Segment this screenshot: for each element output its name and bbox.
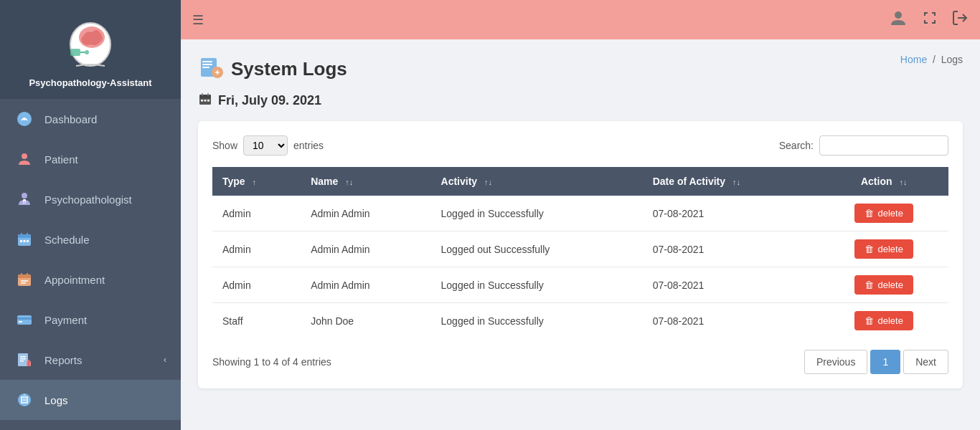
entries-label: entries [293,140,324,151]
trash-icon-3: 🗑 [864,315,874,326]
page-1-button[interactable]: 1 [870,350,900,374]
user-profile-icon[interactable] [888,8,908,32]
sidebar-item-patient[interactable]: Patient [0,139,181,179]
sort-type-icon: ↑ [253,178,257,186]
cell-action-1: 🗑 delete [819,231,948,267]
previous-button[interactable]: Previous [804,350,867,374]
cell-type-2: Admin [212,267,301,303]
schedule-label: Schedule [44,234,90,246]
breadcrumb: Home / Logs [900,54,963,65]
reports-icon [14,350,34,370]
search-input[interactable] [819,135,948,156]
next-button[interactable]: Next [903,350,948,374]
delete-button-3[interactable]: 🗑 delete [854,311,913,330]
col-date[interactable]: Date of Activity ↑↓ [643,167,820,196]
breadcrumb-current: Logs [941,54,963,65]
delete-button-1[interactable]: 🗑 delete [854,239,913,259]
delete-button-0[interactable]: 🗑 delete [854,204,913,223]
sidebar-item-schedule[interactable]: Schedule [0,219,181,259]
table-footer: Showing 1 to 4 of 4 entries Previous 1 N… [212,350,948,374]
svg-rect-20 [18,274,31,278]
topbar: ☰ [181,0,980,39]
entries-select[interactable]: 10 25 50 100 [243,135,288,156]
sort-name-icon: ↑↓ [345,178,353,186]
page-date: Fri, July 09. 2021 [198,92,963,110]
dashboard-icon [14,109,34,129]
col-activity[interactable]: Activity ↑↓ [431,167,643,196]
svg-rect-43 [202,64,212,65]
psychopathologist-label: Psychopathologist [44,194,132,206]
svg-rect-17 [24,240,26,242]
patient-icon [14,149,34,169]
svg-rect-26 [17,317,32,320]
sidebar-item-dashboard[interactable]: Dashboard [0,99,181,139]
dashboard-label: Dashboard [44,113,97,125]
cell-activity-3: Logged in Successfully [431,303,643,339]
table-row: Admin Admin Admin Logged out Successfull… [212,231,948,267]
svg-rect-42 [202,61,212,62]
svg-rect-29 [20,356,26,358]
table-card: Show 10 25 50 100 entries Search: [198,121,963,388]
cell-date-3: 07-08-2021 [643,303,820,339]
col-name[interactable]: Name ↑↓ [301,167,430,196]
svg-point-4 [85,50,89,54]
pagination: Previous 1 Next [804,350,948,374]
col-action[interactable]: Action ↑↓ [819,167,948,196]
cell-activity-0: Logged in Successfully [431,196,643,231]
logs-label: Logs [44,394,68,406]
table-controls: Show 10 25 50 100 entries Search: [212,135,948,156]
svg-rect-54 [207,100,209,102]
svg-rect-16 [20,240,22,242]
svg-rect-25 [17,315,32,325]
sidebar-brand: Psychopathology-Assistant [0,0,181,99]
page-title-area: System Logs [198,54,347,85]
breadcrumb-home-link[interactable]: Home [900,54,927,65]
svg-rect-31 [20,360,24,362]
trash-icon-2: 🗑 [864,280,874,290]
cell-action-0: 🗑 delete [819,196,948,231]
svg-rect-53 [204,100,207,102]
logout-icon[interactable] [951,9,969,31]
sort-activity-icon: ↑↓ [484,178,492,186]
sidebar-item-psychopathologist[interactable]: Psychopathologist [0,179,181,219]
sidebar-nav: Dashboard Patient Psychopat [0,99,181,430]
show-label: Show [212,140,237,151]
entries-info: Showing 1 to 4 of 4 entries [212,356,331,368]
sidebar-item-payment[interactable]: Payment [0,300,181,340]
payment-icon [14,310,34,330]
svg-point-39 [895,11,902,19]
page-title-icon [198,54,224,85]
cell-activity-1: Logged out Successfully [431,231,643,267]
cell-type-1: Admin [212,231,301,267]
svg-rect-52 [201,100,203,102]
cell-type-3: Staff [212,303,301,339]
svg-rect-33 [28,360,30,366]
svg-rect-13 [18,234,31,238]
trash-icon-1: 🗑 [864,244,874,254]
brand-name: Psychopathology-Assistant [29,77,151,88]
page-header: System Logs Home / Logs [198,54,963,85]
sidebar-item-reports[interactable]: Reports ‹ [0,340,181,380]
sidebar-item-logs[interactable]: Logs [0,380,181,420]
topbar-icons [888,8,969,32]
cell-name-3: John Doe [301,303,430,339]
cell-name-1: Admin Admin [301,231,430,267]
calendar-icon [198,92,212,110]
sidebar-item-appointment[interactable]: Appointment [0,259,181,300]
delete-button-2[interactable]: 🗑 delete [854,275,913,295]
svg-point-8 [22,193,27,199]
search-label: Search: [779,140,814,151]
cell-name-2: Admin Admin [301,267,430,303]
col-type[interactable]: Type ↑ [212,167,301,196]
content-area: System Logs Home / Logs [181,39,980,430]
cell-date-1: 07-08-2021 [643,231,820,267]
svg-rect-18 [27,240,29,242]
fullscreen-icon[interactable] [921,9,938,31]
page-title: System Logs [231,58,347,80]
svg-rect-30 [20,358,26,360]
menu-toggle-button[interactable]: ☰ [192,12,204,28]
cell-type-0: Admin [212,196,301,231]
svg-rect-49 [199,95,211,98]
svg-rect-44 [202,67,209,68]
psychopathologist-icon [14,189,34,209]
